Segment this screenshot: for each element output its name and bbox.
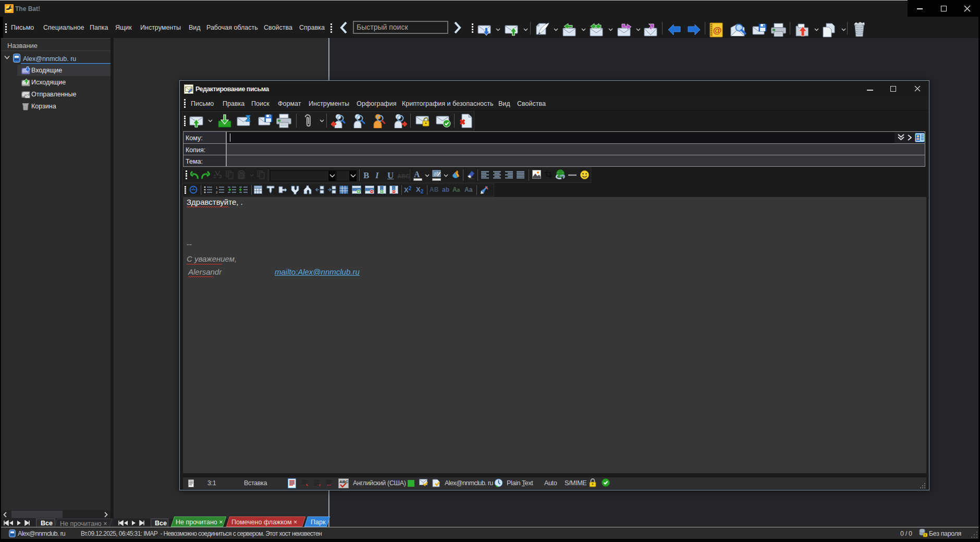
svg-text:2: 2 — [216, 191, 218, 193]
svg-text:@: @ — [713, 26, 722, 35]
svg-text:1: 1 — [216, 186, 218, 189]
